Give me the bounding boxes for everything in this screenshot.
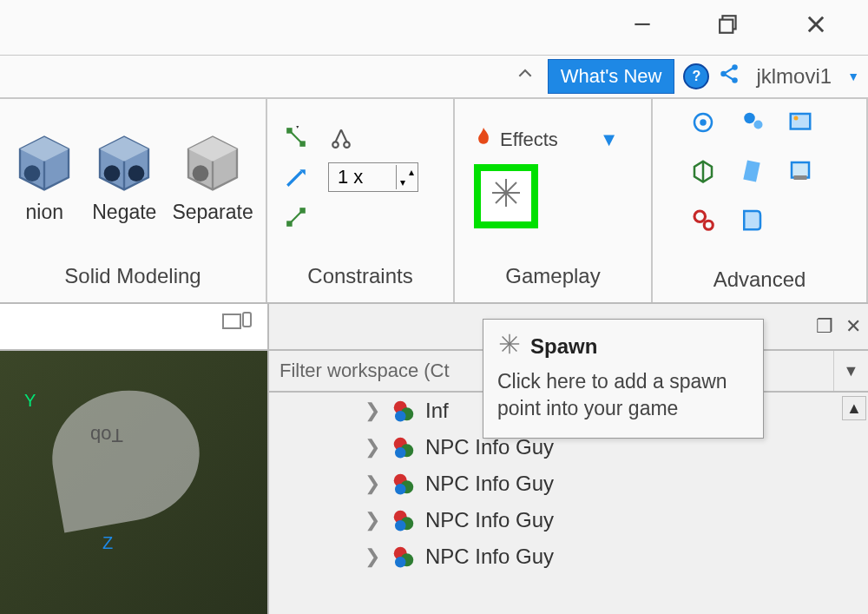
- group-solid-modeling: nion Negate Separate Solid Modeling: [0, 99, 267, 302]
- constraint-weld-icon[interactable]: [283, 204, 309, 230]
- svg-point-66: [395, 557, 406, 568]
- spinbox-arrows[interactable]: ▴▾: [396, 165, 418, 189]
- union-label: nion: [25, 201, 62, 224]
- account-bar: What's New ? jklmovi1 ▼: [0, 56, 868, 99]
- model-icon: [391, 434, 417, 460]
- ribbon: nion Negate Separate Solid Modeling ▾: [0, 99, 868, 304]
- svg-point-42: [744, 113, 755, 124]
- device-emulator-icon[interactable]: [222, 312, 252, 341]
- tooltip-body: Click here to add a spawn point into you…: [497, 368, 749, 422]
- tooltip-title: Spawn: [530, 334, 597, 359]
- chevron-down-icon: ▼: [600, 129, 619, 151]
- svg-point-63: [395, 520, 406, 531]
- svg-line-30: [341, 129, 347, 142]
- svg-line-9: [726, 75, 733, 79]
- panel-close-icon[interactable]: ✕: [845, 315, 861, 338]
- spawn-tooltip: Spawn Click here to add a spawn point in…: [483, 319, 764, 439]
- tree-item[interactable]: ❯NPC Info Guy: [269, 465, 868, 502]
- model-icon: [391, 398, 417, 424]
- spawn-button[interactable]: [474, 164, 538, 228]
- effects-dropdown[interactable]: Effects ▼: [474, 126, 619, 154]
- constraint-show-icon[interactable]: [283, 164, 309, 190]
- svg-rect-47: [794, 175, 807, 180]
- scroll-up-button[interactable]: ▲: [842, 396, 866, 420]
- expand-icon[interactable]: ❯: [365, 472, 382, 495]
- svg-rect-46: [792, 162, 809, 178]
- svg-point-22: [193, 165, 209, 182]
- union-button[interactable]: nion: [12, 131, 76, 224]
- expand-icon[interactable]: ❯: [365, 399, 382, 422]
- localscript-icon[interactable]: [787, 158, 813, 184]
- separate-icon: [181, 131, 245, 195]
- svg-point-17: [104, 165, 121, 182]
- expand-icon[interactable]: ❯: [365, 436, 382, 459]
- collapse-ribbon-icon[interactable]: [511, 66, 539, 88]
- svg-point-13: [24, 165, 41, 182]
- svg-line-29: [336, 129, 342, 142]
- tree-item[interactable]: ❯NPC Info Guy: [269, 538, 868, 575]
- group-label-solid: Solid Modeling: [64, 255, 201, 302]
- collision-icon[interactable]: [690, 158, 716, 184]
- svg-point-28: [344, 142, 350, 148]
- fire-icon: [474, 126, 493, 154]
- model-icon: [391, 507, 417, 533]
- svg-point-41: [700, 119, 707, 126]
- constraint-create-icon[interactable]: ▾: [283, 124, 309, 150]
- help-icon[interactable]: ?: [683, 63, 709, 89]
- group-label-gameplay: Gameplay: [505, 255, 600, 302]
- svg-point-45: [794, 116, 799, 121]
- svg-line-31: [287, 172, 301, 186]
- constraint-scale-spinbox[interactable]: 1 x ▴▾: [328, 162, 418, 192]
- tree-item-label: NPC Info Guy: [425, 435, 554, 459]
- svg-line-25: [292, 133, 301, 142]
- tree-item-label: NPC Info Guy: [425, 545, 554, 569]
- minimize-button[interactable]: [625, 13, 660, 42]
- part-face-label: doT: [90, 424, 123, 446]
- share-icon[interactable]: [718, 63, 740, 91]
- viewport-3d[interactable]: Y Z doT: [0, 351, 267, 614]
- model-icon: [391, 471, 417, 497]
- svg-point-43: [754, 121, 763, 129]
- tree-item-label: NPC Info Guy: [425, 508, 554, 532]
- negate-button[interactable]: Negate: [92, 131, 156, 224]
- svg-line-35: [292, 213, 301, 222]
- player-icon[interactable]: [739, 109, 765, 135]
- svg-point-18: [128, 165, 145, 182]
- svg-rect-2: [720, 20, 733, 33]
- svg-rect-44: [791, 114, 811, 129]
- panel-dock-icon[interactable]: ❐: [816, 315, 833, 338]
- tree-item-label: NPC Info Guy: [425, 472, 554, 496]
- service-icon[interactable]: [690, 109, 716, 135]
- separate-button[interactable]: Separate: [172, 131, 253, 224]
- expand-icon[interactable]: ❯: [365, 509, 382, 531]
- module-icon[interactable]: [739, 207, 765, 233]
- expand-icon[interactable]: ❯: [365, 545, 382, 568]
- window-titlebar: [0, 0, 868, 56]
- scale-value: 1 x: [329, 166, 396, 188]
- gui-icon[interactable]: [787, 109, 813, 135]
- user-dropdown-icon[interactable]: ▼: [847, 69, 859, 83]
- svg-point-27: [332, 142, 339, 148]
- tree-item[interactable]: ❯NPC Info Guy: [269, 502, 868, 538]
- negate-label: Negate: [92, 201, 156, 224]
- script-icon[interactable]: [739, 158, 765, 184]
- effects-label: Effects: [500, 129, 558, 151]
- filter-dropdown-icon[interactable]: ▼: [833, 351, 868, 391]
- group-label-constraints: Constraints: [307, 255, 412, 302]
- svg-rect-50: [223, 314, 240, 328]
- viewport-panel: Y Z doT: [0, 304, 269, 614]
- group-constraints: ▾ 1 x ▴▾ Constraints: [267, 99, 455, 302]
- close-button[interactable]: [799, 12, 833, 43]
- maximize-button[interactable]: [712, 13, 746, 42]
- svg-point-49: [704, 221, 713, 229]
- whats-new-button[interactable]: What's New: [548, 59, 675, 94]
- axis-z-label: Z: [102, 533, 113, 553]
- group-label-advanced: Advanced: [713, 259, 806, 306]
- svg-line-8: [726, 68, 733, 72]
- svg-point-48: [694, 211, 706, 222]
- constraint-details-icon[interactable]: [328, 124, 354, 150]
- union-icon: [12, 131, 76, 195]
- username-label[interactable]: jklmovi1: [749, 64, 838, 89]
- settings-icon[interactable]: [690, 207, 716, 233]
- svg-point-60: [395, 484, 406, 495]
